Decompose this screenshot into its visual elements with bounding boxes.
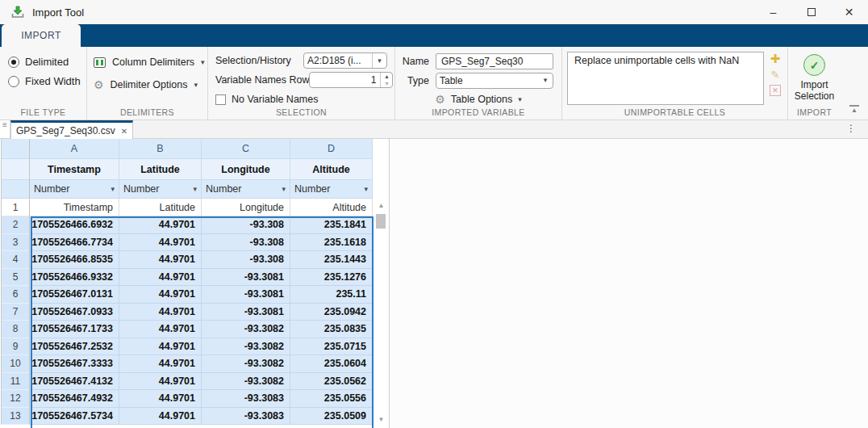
cell[interactable]: 235.11 [290,286,373,304]
row-number[interactable]: 7 [2,304,30,321]
document-tab-csv[interactable]: GPS_Seg7_Seq30.csv ✕ [10,120,133,139]
scrollbar-thumb[interactable] [376,214,386,229]
cell[interactable]: -93.3081 [202,269,290,287]
row-number[interactable]: 10 [2,355,30,373]
cell[interactable]: 1705526467.3333 [30,355,119,373]
column-header-d[interactable]: D [290,139,373,159]
no-variable-names-checkbox[interactable] [215,94,226,105]
cell[interactable]: 1705526466.9332 [30,269,119,287]
table-row[interactable]: 9 1705526467.2532 44.9701 -93.3082 235.0… [2,338,373,356]
row-number[interactable]: 8 [2,321,30,338]
cell[interactable]: 1705526466.8535 [30,251,119,269]
type-dropdown-b[interactable]: Number▾ [119,180,202,199]
table-row[interactable]: 2 1705526466.6932 44.9701 -93.308 235.18… [2,216,373,234]
cell[interactable]: -93.3081 [202,286,290,304]
variable-name-longitude[interactable]: Longitude [202,159,290,180]
row-number[interactable]: 6 [2,286,30,304]
cell[interactable]: 44.9701 [119,286,202,304]
minimize-button[interactable]: – [754,0,792,24]
maximize-button[interactable] [792,0,830,24]
cell[interactable]: -93.308 [202,216,290,234]
cell[interactable]: -93.3082 [202,355,290,373]
type-dropdown-d[interactable]: Number▾ [290,180,373,199]
cell[interactable]: 235.1276 [290,269,373,287]
type-dropdown-c[interactable]: Number▾ [202,180,290,199]
cell[interactable]: 1705526467.5734 [30,408,119,426]
scroll-down-icon[interactable]: ▼ [373,416,389,423]
table-row[interactable]: 5 1705526466.9332 44.9701 -93.3081 235.1… [2,269,373,287]
cell[interactable]: 235.1443 [290,251,373,269]
type-dropdown-a[interactable]: Number▾ [30,180,119,199]
cell[interactable]: 235.1841 [290,216,373,234]
cell[interactable]: 1705526467.4132 [30,373,119,391]
cell[interactable]: -93.308 [202,234,290,252]
selection-history-combo[interactable]: A2:D185 (i... ▾ [303,52,387,69]
cell[interactable]: 235.1618 [290,234,373,252]
cell[interactable]: -93.3083 [202,408,290,426]
cell[interactable]: -93.3081 [202,304,290,321]
row-number[interactable]: 3 [2,234,30,252]
cell[interactable]: 1705526467.0933 [30,304,119,321]
variable-name-latitude[interactable]: Latitude [119,159,202,180]
table-row[interactable]: 6 1705526467.0131 44.9701 -93.3081 235.1… [2,286,373,304]
table-row[interactable]: 11 1705526467.4132 44.9701 -93.3082 235.… [2,373,373,391]
radio-fixed-width[interactable]: Fixed Width [8,75,86,87]
row-number[interactable]: 12 [2,390,30,408]
radio-delimited[interactable]: Delimited [8,56,86,68]
table-row[interactable]: 8 1705526467.1733 44.9701 -93.3082 235.0… [2,321,373,338]
row-number[interactable]: 4 [2,251,30,269]
row-number[interactable]: 9 [2,338,30,356]
cell[interactable]: Altitude [290,199,373,216]
close-button[interactable]: ✕ [830,0,868,24]
table-row[interactable]: 4 1705526466.8535 44.9701 -93.308 235.14… [2,251,373,269]
column-delimiters-button[interactable]: Column Delimiters ▾ [94,54,201,70]
cell[interactable]: 235.0556 [290,390,373,408]
cell[interactable]: 235.0835 [290,321,373,338]
stepper-down-button[interactable]: ▼ [381,80,392,87]
cell[interactable]: 235.0509 [290,408,373,426]
table-row[interactable]: 12 1705526467.4932 44.9701 -93.3083 235.… [2,390,373,408]
type-select[interactable]: Table ▾ [436,73,553,89]
cell[interactable]: 44.9701 [119,373,202,391]
cell[interactable]: 44.9701 [119,216,202,234]
cell[interactable]: 44.9701 [119,251,202,269]
cell[interactable]: 44.9701 [119,269,202,287]
cell[interactable]: 1705526467.4932 [30,390,119,408]
row-number[interactable]: 5 [2,269,30,287]
variable-names-row-stepper[interactable]: ▲ ▼ [309,72,393,88]
cell[interactable]: -93.3082 [202,321,290,338]
radio-delimited-icon[interactable] [8,57,19,68]
tab-strip-grip[interactable]: ≡ [0,120,10,138]
no-variable-names-option[interactable]: No Variable Names [215,91,387,107]
cell[interactable]: 1705526466.7734 [30,234,119,252]
variable-name-field[interactable] [436,53,553,69]
cell[interactable]: 44.9701 [119,321,202,338]
tab-overflow-menu-button[interactable]: ⋮ [846,123,856,134]
table-row[interactable]: 7 1705526467.0933 44.9701 -93.3081 235.0… [2,304,373,321]
delimiter-options-button[interactable]: ⚙ Delimiter Options ▾ [94,77,201,93]
corner-cell[interactable] [2,139,30,159]
cell[interactable]: Longitude [202,199,290,216]
type-select-dropdown-button[interactable]: ▾ [538,73,553,88]
cell[interactable]: 235.0562 [290,373,373,391]
unimportable-rules-list[interactable]: Replace unimportable cells with NaN [567,52,764,105]
row-number[interactable]: 2 [2,216,30,234]
table-row[interactable]: 3 1705526466.7734 44.9701 -93.308 235.16… [2,234,373,252]
row-number[interactable]: 1 [2,199,30,216]
column-header-c[interactable]: C [202,139,290,159]
edit-rule-button[interactable]: ✎ [771,69,780,81]
cell[interactable]: 44.9701 [119,234,202,252]
cell[interactable]: 44.9701 [119,304,202,321]
delete-rule-button[interactable]: ✕ [770,85,781,96]
column-header-a[interactable]: A [30,139,119,159]
variable-name-altitude[interactable]: Altitude [290,159,373,180]
cell[interactable]: -93.3083 [202,390,290,408]
tab-import[interactable]: IMPORT [2,24,81,47]
cell[interactable]: 235.0942 [290,304,373,321]
cell[interactable]: 44.9701 [119,355,202,373]
cell[interactable]: -93.308 [202,251,290,269]
cell[interactable]: 44.9701 [119,338,202,356]
cell[interactable]: 1705526467.2532 [30,338,119,356]
column-header-b[interactable]: B [119,139,202,159]
table-row[interactable]: 10 1705526467.3333 44.9701 -93.3082 235.… [2,355,373,373]
